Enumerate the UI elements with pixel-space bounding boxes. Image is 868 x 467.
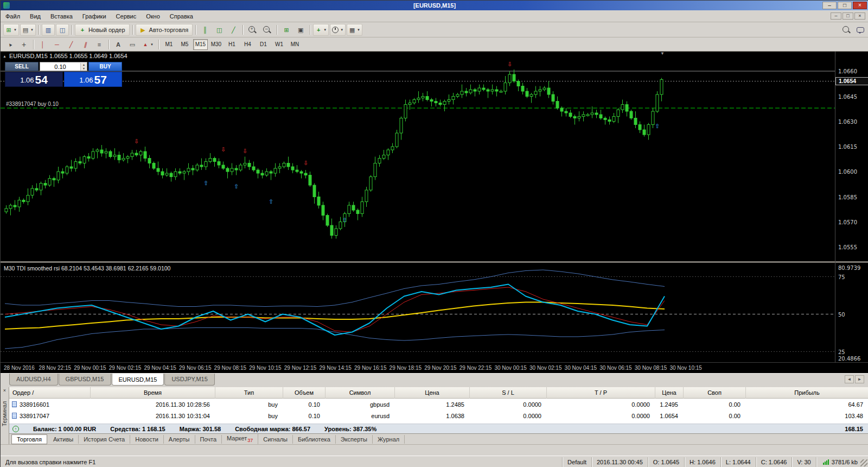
menu-item[interactable]: Сервис bbox=[111, 11, 142, 22]
price-chart[interactable]: ⇩⇩⇩⇩⇩⇧⇧⇧⇧⇧ bbox=[1, 52, 835, 261]
line-chart-button[interactable]: ╱ bbox=[227, 24, 240, 36]
orders-header-cell[interactable]: T / P bbox=[547, 387, 655, 399]
search-icon[interactable] bbox=[842, 26, 851, 34]
crosshair-tool-button[interactable]: + bbox=[17, 39, 30, 51]
timeframe-button-mn[interactable]: MN bbox=[288, 39, 302, 50]
chart-shift-marker[interactable]: ▼ bbox=[660, 51, 665, 56]
menu-item[interactable]: Файл bbox=[1, 11, 25, 22]
new-chart-button[interactable]: ⊞ bbox=[3, 24, 19, 36]
menu-item[interactable]: Справка bbox=[165, 11, 198, 22]
candlestick-chart-button[interactable]: ◫ bbox=[213, 24, 226, 36]
tile-windows-button[interactable]: ⊞ bbox=[280, 24, 293, 36]
terminal-tab-сигналы[interactable]: Сигналы bbox=[258, 435, 293, 444]
fibonacci-tool-button[interactable]: ≡ bbox=[93, 39, 106, 51]
sell-price[interactable]: 1.06 54 bbox=[5, 72, 63, 87]
label-tool-button[interactable]: ▭ bbox=[126, 39, 139, 51]
vertical-line-tool-button[interactable]: │ bbox=[36, 39, 49, 51]
orders-header-cell[interactable]: S / L bbox=[470, 387, 547, 399]
time-axis[interactable]: 28 Nov 201628 Nov 22:1529 Nov 00:1529 No… bbox=[1, 362, 868, 373]
maximize-button[interactable]: □ bbox=[838, 2, 852, 9]
zoom-in-button[interactable] bbox=[246, 24, 259, 36]
timeframe-button-w1[interactable]: W1 bbox=[272, 39, 286, 50]
orders-header-cell[interactable]: Тип bbox=[215, 387, 283, 399]
terminal-close-icon[interactable]: × bbox=[3, 387, 6, 394]
order-row[interactable]: 3389170472016.11.30 10:31:04buy0.10eurus… bbox=[9, 410, 868, 421]
chart-tab-eurusd-m15[interactable]: EURUSD,M15 bbox=[112, 374, 164, 386]
terminal-tab-журнал[interactable]: Журнал bbox=[373, 435, 405, 444]
sell-button[interactable]: SELL bbox=[5, 62, 39, 71]
orders-header-cell[interactable]: Цена bbox=[395, 387, 470, 399]
tabs-scroll-left-icon[interactable]: ◄ bbox=[845, 375, 854, 383]
menu-item[interactable]: Окно bbox=[141, 11, 165, 22]
order-row[interactable]: 3389166012016.11.30 10:28:56buy0.10gbpus… bbox=[9, 399, 868, 410]
autotrade-button[interactable]: ▶ Авто-торговля bbox=[136, 24, 193, 36]
menu-item[interactable]: Графики bbox=[78, 11, 111, 22]
timeframe-button-m5[interactable]: M5 bbox=[177, 39, 192, 50]
child-minimize-button[interactable]: – bbox=[831, 12, 841, 20]
periods-button[interactable] bbox=[330, 24, 346, 36]
menu-item[interactable]: Вид bbox=[25, 11, 46, 22]
resize-grip[interactable] bbox=[860, 459, 867, 466]
chat-icon[interactable] bbox=[857, 27, 864, 33]
orders-header-cell[interactable]: Символ bbox=[326, 387, 395, 399]
zoom-out-button[interactable] bbox=[260, 24, 274, 36]
terminal-tab-маркет[interactable]: Маркет37 bbox=[222, 434, 258, 444]
terminal-tab-новости[interactable]: Новости bbox=[130, 435, 164, 444]
new-order-button[interactable]: + Новый ордер bbox=[75, 24, 130, 36]
time-axis-label: 30 Nov 06:15 bbox=[599, 365, 632, 371]
one-click-toggle-icon[interactable]: ▲ bbox=[3, 54, 7, 58]
timeframe-button-m15[interactable]: M15 bbox=[193, 39, 208, 50]
chart-tab-audusd-h4[interactable]: AUDUSD,H4 bbox=[9, 374, 58, 386]
subwindow-separator[interactable] bbox=[1, 261, 868, 263]
cascade-windows-button[interactable]: ▣ bbox=[294, 24, 307, 36]
text-tool-button[interactable]: A bbox=[112, 39, 125, 51]
orders-header-cell[interactable]: Ордер / bbox=[9, 387, 91, 399]
volume-value[interactable]: 0.10 bbox=[40, 64, 80, 70]
orders-header-cell[interactable]: Время bbox=[91, 387, 215, 399]
orders-header-cell[interactable]: Цена bbox=[655, 387, 684, 399]
terminal-tab-история-счета[interactable]: История Счета bbox=[79, 435, 130, 444]
templates-button[interactable]: ▦ bbox=[347, 24, 362, 36]
channel-tool-button[interactable]: ∥ bbox=[79, 39, 92, 51]
buy-button[interactable]: BUY bbox=[88, 62, 122, 71]
shapes-tool-button[interactable]: ▲ bbox=[140, 39, 156, 51]
volume-stepper[interactable]: 0.10 ▲ ▼ bbox=[40, 62, 87, 71]
child-restore-button[interactable]: □ bbox=[843, 12, 853, 20]
bar-chart-button[interactable]: ║ bbox=[199, 24, 212, 36]
terminal-tab-алерты[interactable]: Алерты bbox=[164, 435, 195, 444]
trendline-tool-button[interactable]: ╱ bbox=[65, 39, 78, 51]
child-close-button[interactable]: × bbox=[854, 12, 865, 20]
timeframe-button-d1[interactable]: D1 bbox=[256, 39, 271, 50]
status-profile[interactable]: Default bbox=[563, 457, 592, 467]
tdi-indicator-chart[interactable] bbox=[1, 263, 835, 362]
timeframe-button-m30[interactable]: M30 bbox=[209, 39, 224, 50]
orders-table-header[interactable]: Ордер /ВремяТипОбъемСимволЦенаS / LT / P… bbox=[9, 387, 868, 399]
profiles-button[interactable]: ▤ bbox=[20, 24, 36, 36]
timeframe-button-h1[interactable]: H1 bbox=[225, 39, 239, 50]
chart-tab-gbpusd-m15[interactable]: GBPUSD,M15 bbox=[59, 374, 111, 386]
orders-header-cell[interactable]: Прибыль bbox=[746, 387, 868, 399]
terminal-tab-почта[interactable]: Почта bbox=[195, 435, 222, 444]
buy-price[interactable]: 1.06 57 bbox=[64, 72, 122, 87]
market-watch-button[interactable]: ▥ bbox=[42, 24, 55, 36]
menu-item[interactable]: Вставка bbox=[46, 11, 78, 22]
terminal-tab-библиотека[interactable]: Библиотека bbox=[293, 435, 336, 444]
status-help-text: Для вызова справки нажмите F1 bbox=[1, 457, 563, 467]
data-window-button[interactable]: ◫ bbox=[56, 24, 69, 36]
terminal-tab-активы[interactable]: Активы bbox=[48, 435, 79, 444]
terminal-tab-торговля[interactable]: Торговля bbox=[11, 434, 47, 444]
tabs-scroll-right-icon[interactable]: ► bbox=[855, 375, 864, 383]
close-button[interactable]: × bbox=[853, 2, 867, 9]
horizontal-line-tool-button[interactable]: ─ bbox=[50, 39, 63, 51]
chart-tab-usdjpy-m15[interactable]: USDJPY,M15 bbox=[164, 374, 214, 386]
volume-down-icon[interactable]: ▼ bbox=[81, 67, 87, 71]
indicators-button[interactable]: + bbox=[313, 24, 329, 36]
timeframe-button-h4[interactable]: H4 bbox=[240, 39, 255, 50]
minimize-button[interactable]: – bbox=[822, 2, 837, 9]
volume-up-icon[interactable]: ▲ bbox=[81, 63, 87, 67]
timeframe-button-m1[interactable]: M1 bbox=[162, 39, 176, 50]
orders-header-cell[interactable]: Объем bbox=[283, 387, 326, 399]
cursor-tool-button[interactable]: ▲ bbox=[3, 39, 16, 51]
orders-header-cell[interactable]: Своп bbox=[684, 387, 746, 399]
terminal-tab-эксперты[interactable]: Эксперты bbox=[336, 435, 373, 444]
